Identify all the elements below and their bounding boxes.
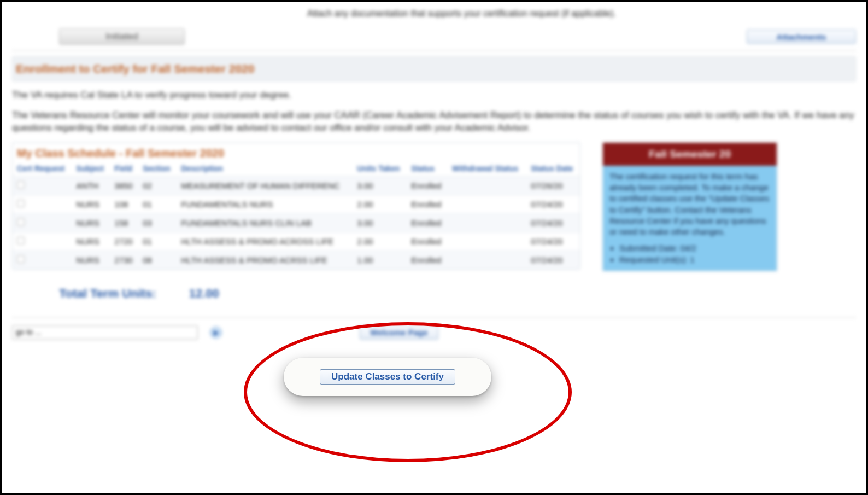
side-bullet-2: Requested Unit(s): 1: [619, 254, 770, 265]
col-cert: Cert Request: [13, 162, 72, 177]
cell-status-date: 07/24/20: [526, 213, 580, 232]
goto-dropdown[interactable]: go to ...: [12, 325, 198, 340]
cell-withdrawal: [448, 232, 526, 251]
schedule-box: My Class Schedule - Fall Semester 2020 C…: [12, 142, 580, 270]
cell-section: 01: [138, 195, 177, 213]
cell-subject: NURS: [72, 232, 110, 251]
cell-withdrawal: [448, 195, 526, 213]
schedule-table: Cert Request Subject Field Section Descr…: [13, 162, 580, 269]
cell-description: FUNDAMENTALS NURS CLIN LAB: [177, 213, 353, 232]
cell-status: Enrolled: [407, 176, 448, 195]
col-description: Description: [177, 162, 353, 177]
col-field: Field: [110, 162, 138, 177]
col-section: Section: [138, 162, 177, 177]
cell-subject: NURS: [72, 195, 110, 213]
cert-checkbox[interactable]: [17, 181, 25, 189]
col-withdrawal: Withdrawal Status: [448, 162, 526, 177]
cell-status-date: 07/24/20: [526, 195, 580, 213]
side-bullet-1: Submitted Date: 04/2: [619, 243, 770, 254]
cell-section: 03: [138, 213, 177, 232]
intro-para-1: The VA requires Cal State LA to verify p…: [12, 89, 856, 102]
cell-withdrawal: [448, 176, 526, 195]
schedule-title: My Class Schedule - Fall Semester 2020: [13, 143, 580, 162]
cell-status-date: 07/24/20: [526, 232, 580, 251]
totals-label: Total Term Units:: [59, 287, 156, 301]
cell-units: 3.00: [353, 213, 407, 232]
totals-value: 12.00: [189, 287, 219, 301]
cell-status: Enrolled: [407, 232, 448, 251]
totals-row: Total Term Units: 12.00: [59, 287, 856, 301]
section-heading: Enrollment to Certify for Fall Semester …: [16, 62, 254, 75]
intro-para-2: The Veterans Resource Center will monito…: [12, 109, 856, 135]
welcome-page-button[interactable]: Welcome Page: [360, 325, 438, 340]
col-units: Units Taken: [353, 162, 407, 177]
cell-status: Enrolled: [407, 251, 448, 269]
cell-description: HLTH ASSESS & PROMO ACROSS LIFE: [177, 232, 353, 251]
cell-description: HLTH ASSESS & PROMO ACRSS LIFE: [177, 251, 353, 269]
cell-field: 2720: [110, 232, 138, 251]
attachments-button[interactable]: Attachments: [747, 30, 856, 44]
side-panel-body: The certification request for this term …: [603, 166, 777, 271]
cell-units: 2.00: [353, 195, 407, 213]
cell-withdrawal: [448, 213, 526, 232]
cell-withdrawal: [448, 251, 526, 269]
footer-row: go to ... ▶ Welcome Page: [12, 317, 856, 340]
cell-units: 2.00: [353, 232, 407, 251]
cell-status-date: 07/26/20: [526, 176, 580, 195]
side-panel: Fall Semester 20 The certification reque…: [602, 142, 777, 271]
cell-description: FUNDAMENTALS NURS: [177, 195, 353, 213]
side-panel-head: Fall Semester 20: [603, 143, 777, 166]
col-status-date: Status Date: [526, 162, 580, 177]
blurred-background: Initiated Attach any documentation that …: [2, 2, 866, 350]
cell-section: 01: [138, 232, 177, 251]
cell-units: 1.00: [353, 251, 407, 269]
side-panel-text: The certification request for this term …: [609, 172, 769, 236]
table-row: NURS272001HLTH ASSESS & PROMO ACROSS LIF…: [13, 232, 580, 251]
table-row: NURS10801FUNDAMENTALS NURS2.00Enrolled07…: [13, 195, 580, 213]
table-row: ANTH385002MEASUREMENT OF HUMAN DIFFERENC…: [13, 176, 580, 195]
cert-checkbox[interactable]: [17, 200, 25, 207]
cell-description: MEASUREMENT OF HUMAN DIFFERENC: [177, 176, 353, 195]
cell-section: 02: [138, 176, 177, 195]
cell-field: 108: [110, 195, 138, 213]
cell-field: 3850: [110, 176, 138, 195]
status-button[interactable]: Initiated: [59, 28, 185, 45]
cert-checkbox[interactable]: [17, 255, 25, 263]
cell-status-date: 07/24/20: [526, 251, 580, 269]
cell-status: Enrolled: [407, 213, 448, 232]
cell-field: 2730: [110, 251, 138, 269]
cell-subject: NURS: [72, 251, 110, 269]
cell-field: 158: [110, 213, 138, 232]
table-row: NURS15803FUNDAMENTALS NURS CLIN LAB3.00E…: [13, 213, 580, 232]
update-button-highlight: Update Classes to Certify: [284, 358, 491, 396]
cell-subject: ANTH: [72, 176, 110, 195]
col-subject: Subject: [72, 162, 110, 177]
cell-subject: NURS: [72, 213, 110, 232]
attach-note: Attach any documentation that supports y…: [307, 9, 635, 19]
top-row: Initiated Attach any documentation that …: [12, 8, 856, 48]
section-heading-bar: Enrollment to Certify for Fall Semester …: [12, 56, 856, 81]
cert-checkbox[interactable]: [17, 237, 25, 244]
cell-units: 3.00: [353, 176, 407, 195]
cell-status: Enrolled: [407, 195, 448, 213]
col-status: Status: [407, 162, 448, 177]
table-row: NURS273008HLTH ASSESS & PROMO ACRSS LIFE…: [13, 251, 580, 269]
cell-section: 08: [138, 251, 177, 269]
go-icon[interactable]: ▶: [210, 327, 222, 339]
cert-checkbox[interactable]: [17, 218, 25, 226]
update-classes-button[interactable]: Update Classes to Certify: [320, 369, 455, 385]
